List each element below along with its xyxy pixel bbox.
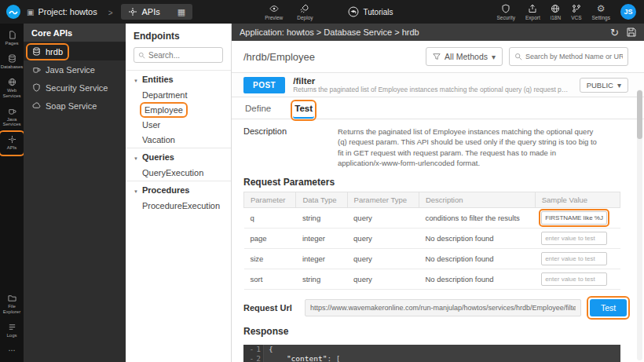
apis-workspace-tab[interactable]: APIs: [121, 4, 193, 20]
sample-value-input-size[interactable]: [541, 252, 607, 265]
triangle-down-icon: [134, 152, 138, 162]
service-label-hrdb: hrdb: [46, 47, 63, 57]
save-icon[interactable]: [627, 27, 636, 37]
preview-label: Preview: [265, 15, 283, 20]
caret-down-icon: [492, 52, 496, 61]
endpoints-search[interactable]: [134, 47, 223, 63]
service-item-security-service[interactable]: Security Service: [24, 79, 126, 97]
rail-item-databases[interactable]: Databases: [1, 52, 23, 73]
deploy-label: Deploy: [297, 15, 313, 20]
endpoint-item-department[interactable]: Department: [126, 88, 231, 103]
rail-item-pages[interactable]: Pages: [1, 28, 23, 49]
test-button-highlight: Test: [589, 298, 628, 317]
method-search-input[interactable]: [525, 53, 623, 60]
rail-label-logs: Logs: [6, 333, 16, 338]
section-procedures[interactable]: Procedures: [126, 181, 231, 199]
funnel-icon: [433, 53, 441, 60]
deploy-button[interactable]: Deploy: [297, 4, 313, 20]
rail-item-more[interactable]: ⋯: [1, 344, 23, 357]
col-description: Description: [419, 192, 535, 208]
table-row: q string query conditions to filter the …: [244, 208, 620, 229]
col-parameter: Parameter: [244, 192, 296, 208]
code-line: -2 "content": [: [243, 354, 620, 362]
table-row: page integer query No description found: [244, 229, 620, 249]
settings-gear-icon: [597, 4, 606, 13]
preview-button[interactable]: Preview: [265, 4, 283, 20]
fold-icon[interactable]: -: [250, 345, 254, 354]
section-entities[interactable]: Entities: [126, 70, 231, 88]
refresh-icon[interactable]: [610, 27, 619, 38]
request-url-row: Request Url Test: [232, 290, 644, 319]
rail-item-logs[interactable]: Logs: [1, 320, 23, 342]
test-button[interactable]: Test: [590, 299, 627, 316]
request-url-label: Request Url: [243, 303, 297, 313]
file-explorer-icon: [8, 294, 16, 302]
topbar-right: Security Export i18N VCS Settings JS: [496, 4, 644, 20]
description-label: Description: [243, 126, 338, 168]
sample-value-input-page[interactable]: [541, 232, 607, 245]
rail-item-web-services[interactable]: Web Services: [1, 75, 23, 102]
more-icon: ⋯: [9, 346, 16, 354]
col-parameter-type: Parameter Type: [347, 192, 419, 208]
tutorials-icon: [348, 6, 359, 17]
table-row: size integer query No description found: [244, 249, 620, 269]
export-label: Export: [525, 15, 540, 20]
sample-value-input-sort[interactable]: [541, 272, 607, 286]
java-services-icon: [8, 107, 16, 115]
vertical-scrollbar[interactable]: [637, 90, 642, 360]
tab-test[interactable]: Test: [293, 102, 314, 119]
section-queries[interactable]: Queries: [126, 148, 231, 166]
rail-item-file-explorer[interactable]: File Explorer: [1, 291, 23, 318]
settings-button[interactable]: Settings: [592, 4, 611, 20]
fold-icon[interactable]: -: [250, 354, 254, 362]
user-avatar[interactable]: JS: [620, 4, 636, 20]
endpoint-item-vacation[interactable]: Vacation: [126, 133, 231, 148]
methods-filter-value: All Methods: [445, 52, 488, 61]
vcs-button[interactable]: VCS: [571, 4, 581, 20]
triangle-down-icon: [134, 185, 138, 195]
service-item-java-service[interactable]: Java Service: [24, 60, 126, 79]
scrollbar-thumb[interactable]: [637, 90, 642, 139]
project-menu[interactable]: Project: howtos: [27, 7, 97, 16]
grid-icon[interactable]: [177, 7, 185, 17]
tutorials-button[interactable]: Tutorials: [348, 6, 393, 17]
export-button[interactable]: Export: [525, 4, 540, 20]
param-data-type: string: [296, 208, 347, 229]
security-button[interactable]: Security: [496, 4, 514, 20]
pages-icon: [8, 31, 16, 39]
endpoint-item-user[interactable]: User: [126, 118, 231, 133]
chevron-right-icon: [108, 5, 113, 19]
param-type: query: [347, 208, 419, 229]
method-search[interactable]: [509, 47, 628, 66]
service-label-soap: Soap Service: [46, 101, 97, 111]
response-code-editor[interactable]: -1 { -2 "content": [ -3 { 4: [243, 345, 620, 362]
rail-item-apis[interactable]: APIs: [1, 133, 23, 154]
vcs-branch-icon: [572, 4, 581, 13]
wavemaker-logo[interactable]: [6, 5, 20, 19]
http-method-badge: POST: [243, 77, 285, 93]
i18n-button[interactable]: i18N: [551, 4, 561, 20]
endpoint-item-procedureexecution[interactable]: ProcedureExecution: [126, 199, 231, 214]
line-number: 2: [256, 354, 261, 362]
code-line: -1 {: [243, 345, 620, 354]
endpoint-item-queryexecution[interactable]: QueryExecution: [126, 166, 231, 181]
endpoints-search-input[interactable]: [148, 51, 218, 60]
endpoint-item-employee[interactable]: Employee: [126, 103, 231, 118]
visibility-dropdown[interactable]: PUBLIC: [580, 78, 628, 93]
sample-value-input-q[interactable]: [541, 211, 607, 225]
param-name: page: [244, 229, 296, 249]
param-name: q: [244, 208, 296, 229]
methods-filter-dropdown[interactable]: All Methods: [426, 47, 503, 66]
param-data-type: integer: [296, 229, 347, 249]
request-url-input[interactable]: [305, 299, 581, 316]
param-data-type: string: [296, 269, 347, 290]
soap-cloud-icon: [32, 101, 41, 110]
rail-item-java-services[interactable]: Java Services: [1, 104, 23, 131]
api-operation-row[interactable]: POST /filter Returns the paginated list …: [232, 72, 644, 97]
description-text: Returns the paginated list of Employee i…: [338, 126, 597, 168]
service-item-hrdb[interactable]: hrdb: [24, 42, 126, 60]
service-item-soap-service[interactable]: Soap Service: [24, 97, 126, 115]
project-label: Project: howtos: [38, 7, 97, 16]
tab-define[interactable]: Define: [243, 102, 273, 119]
tutorials-label: Tutorials: [364, 8, 393, 16]
